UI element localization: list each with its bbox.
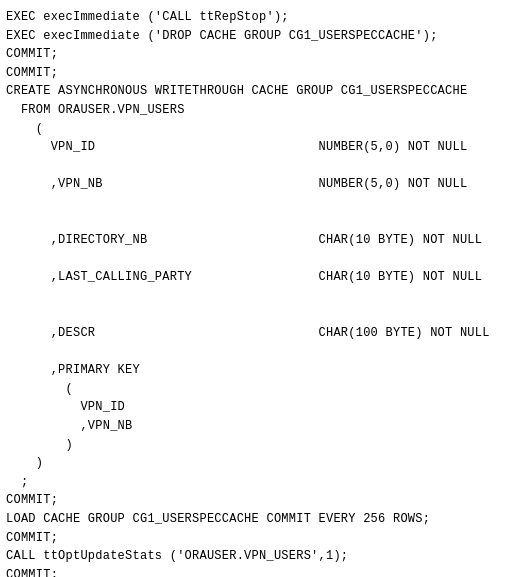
code-editor: EXEC execImmediate ('CALL ttRepStop'); E…	[0, 0, 508, 577]
